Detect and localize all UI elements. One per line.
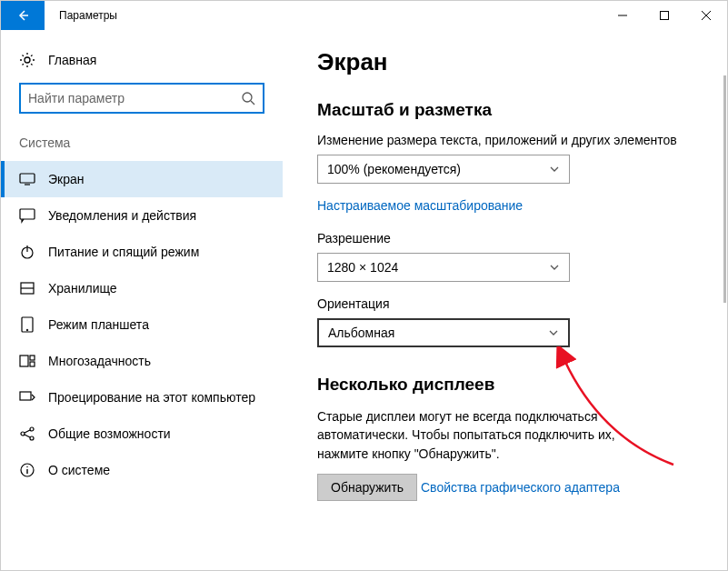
sidebar-item-label: Экран [48,172,85,186]
arrow-left-icon [15,8,30,23]
storage-icon [19,280,35,296]
multi-note: Старые дисплеи могут не всегда подключат… [317,407,644,463]
gpu-properties-link[interactable]: Свойства графического адаптера [421,480,620,495]
resolution-label: Разрешение [317,231,700,245]
detect-button[interactable]: Обнаружить [317,474,417,501]
svg-rect-10 [30,356,35,360]
svg-rect-0 [661,12,669,20]
sidebar-item-projecting[interactable]: Проецирование на этот компьютер [1,379,283,416]
window-controls [602,1,727,30]
resolution-dropdown[interactable]: 1280 × 1024 [317,253,570,282]
sidebar-item-notifications[interactable]: Уведомления и действия [1,197,283,234]
svg-rect-11 [30,362,35,366]
section-scale-heading: Масштаб и разметка [317,100,700,120]
maximize-icon [660,11,669,20]
sidebar-item-multitasking[interactable]: Многозадачность [1,343,283,379]
sidebar-item-label: Хранилище [48,281,117,296]
svg-point-2 [243,93,252,102]
close-button[interactable] [685,1,727,30]
home-label: Главная [48,53,96,67]
sidebar-item-display[interactable]: Экран [1,161,283,197]
sidebar-item-storage[interactable]: Хранилище [1,270,283,306]
scale-dropdown[interactable]: 100% (рекомендуется) [317,155,570,184]
orientation-value: Альбомная [328,326,394,340]
search-placeholder: Найти параметр [28,91,241,105]
svg-rect-12 [20,392,31,400]
minimize-button[interactable] [602,1,643,30]
svg-point-13 [21,432,25,436]
svg-rect-9 [20,356,28,366]
svg-rect-4 [20,209,35,219]
svg-point-8 [26,329,28,331]
power-icon [19,244,35,260]
window-title: Параметры [45,1,117,30]
sidebar-item-label: Режим планшета [48,317,149,332]
search-input[interactable]: Найти параметр [19,83,264,114]
sidebar-item-label: Питание и спящий режим [48,245,199,259]
sidebar-item-shared[interactable]: Общие возможности [1,416,283,452]
chevron-down-icon [548,327,559,338]
orientation-dropdown[interactable]: Альбомная [317,318,570,347]
scrollbar[interactable] [723,75,726,303]
titlebar-spacer [117,1,602,30]
svg-point-15 [30,436,34,440]
custom-scaling-link[interactable]: Настраиваемое масштабирование [317,198,523,213]
page-title: Экран [317,48,700,76]
close-icon [702,11,711,20]
maximize-button[interactable] [643,1,685,30]
svg-rect-3 [20,174,35,183]
svg-point-14 [30,427,34,431]
main-content: Экран Масштаб и разметка Изменение разме… [283,30,727,570]
display-icon [19,171,35,187]
sidebar-item-label: О системе [48,463,110,477]
sidebar-item-label: Проецирование на этот компьютер [48,390,255,405]
section-label: Система [1,135,283,161]
search-icon [241,91,255,105]
sidebar-item-tablet[interactable]: Режим планшета [1,306,283,343]
sidebar-item-label: Уведомления и действия [48,208,196,223]
titlebar: Параметры [1,1,727,30]
minimize-icon [618,11,627,20]
sidebar-item-label: Многозадачность [48,354,151,368]
section-multi-heading: Несколько дисплеев [317,375,700,395]
svg-point-1 [25,57,30,63]
sidebar-item-about[interactable]: О системе [1,452,283,488]
scale-value: 100% (рекомендуется) [327,162,461,176]
project-icon [19,389,35,406]
orientation-label: Ориентация [317,296,700,311]
info-icon [19,462,35,478]
sidebar-item-power[interactable]: Питание и спящий режим [1,234,283,270]
scale-label: Изменение размера текста, приложений и д… [317,133,700,147]
share-icon [19,426,35,442]
sidebar-item-label: Общие возможности [48,426,171,441]
gear-icon [19,52,35,68]
multitask-icon [19,353,35,369]
sidebar: Главная Найти параметр Система Экран Уве… [1,30,283,570]
back-button[interactable] [1,1,45,30]
tablet-icon [19,316,35,333]
chat-icon [19,207,35,224]
resolution-value: 1280 × 1024 [327,260,398,275]
home-button[interactable]: Главная [1,46,283,83]
chevron-down-icon [549,164,560,175]
chevron-down-icon [549,262,560,273]
